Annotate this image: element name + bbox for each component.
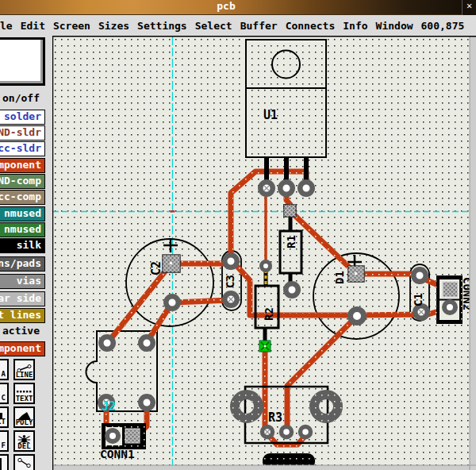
- pad-center-dot: [170, 262, 172, 264]
- sidebar: on/off solder ND-sldr cc-sldr mponent ND…: [0, 36, 52, 470]
- menu-edit[interactable]: Edit: [21, 20, 45, 32]
- layer-button-rat-lines[interactable]: t lines: [0, 308, 45, 323]
- pcb-drawing-canvas[interactable]: U1 R3 CONN1 CONN2 R1 R2 C3 C1 C2 D1 J2: [52, 36, 476, 470]
- pcb-application-window: pcb ✕ le Edit Screen Sizes Settings Sele…: [0, 0, 476, 470]
- tool-text-button[interactable]: TEXT: [13, 383, 35, 404]
- vertical-scrollbar[interactable]: [470, 37, 476, 470]
- pad-hatch-overlay: [443, 282, 458, 297]
- pad-j2-tl[interactable]: [101, 337, 113, 349]
- pad-r1-bottom[interactable]: [286, 283, 298, 296]
- layer-button-component[interactable]: mponent: [0, 158, 45, 173]
- active-label: active: [0, 325, 40, 337]
- crosshair-origin-marker: [171, 210, 175, 213]
- tool-rotate-button[interactable]: [13, 454, 35, 470]
- rotate-icon: [15, 457, 33, 467]
- pad-u1-3[interactable]: [300, 182, 313, 195]
- tool-via-button[interactable]: A: [0, 359, 9, 380]
- pad-conn2-round[interactable]: [444, 302, 455, 313]
- tool-buffer-button[interactable]: F: [0, 430, 9, 452]
- tool-arc-button[interactable]: C: [0, 383, 9, 404]
- menu-window[interactable]: Window: [376, 20, 413, 32]
- pad-r3-3[interactable]: [301, 427, 311, 437]
- menu-bar: le Edit Screen Sizes Settings Select Buf…: [0, 15, 476, 36]
- menu-buffer[interactable]: Buffer: [240, 20, 278, 32]
- menu-connects[interactable]: Connects: [286, 20, 336, 32]
- pad-c1-top[interactable]: [413, 269, 426, 282]
- label-c2: C2: [149, 261, 163, 275]
- pad-center-dot: [264, 345, 267, 348]
- pad-c2-round[interactable]: [166, 296, 178, 309]
- horizontal-scrollbar[interactable]: [53, 465, 476, 470]
- layer-button-silk[interactable]: silk: [0, 238, 45, 253]
- tool-delete-button[interactable]: DEL: [13, 430, 35, 452]
- menu-select[interactable]: Select: [195, 20, 232, 32]
- layer-button-vcc-sldr[interactable]: cc-sldr: [0, 141, 45, 156]
- pad-c3-top[interactable]: [225, 255, 237, 268]
- title-bar[interactable]: pcb ✕: [0, 0, 476, 15]
- label-u1: U1: [263, 108, 278, 122]
- layer-button-solder[interactable]: solder: [0, 110, 45, 125]
- menu-settings[interactable]: Settings: [137, 20, 187, 32]
- pad-d1-round[interactable]: [351, 310, 364, 323]
- window-title: pcb: [0, 0, 452, 15]
- menu-info[interactable]: Info: [343, 20, 367, 32]
- via-r2-top[interactable]: [262, 262, 271, 271]
- pad-hatch-overlay: [125, 429, 140, 443]
- pad-r3-2[interactable]: [282, 427, 292, 437]
- label-r3: R3: [268, 410, 282, 425]
- active-layer-button[interactable]: mponent: [0, 341, 45, 356]
- layout-preview[interactable]: [0, 37, 45, 86]
- tool-partial-left-button[interactable]: [0, 454, 9, 470]
- pad-u1-2[interactable]: [280, 182, 293, 195]
- layer-button-vias[interactable]: vias: [0, 274, 45, 289]
- menu-screen[interactable]: Screen: [53, 20, 90, 32]
- pad-center-dot: [355, 272, 357, 275]
- label-j2: J2: [102, 399, 116, 414]
- menu-sizes[interactable]: Sizes: [98, 20, 129, 32]
- label-r1: R1: [285, 235, 298, 248]
- layer-button-far-side[interactable]: ar side: [0, 291, 45, 306]
- label-d1: D1: [333, 271, 346, 284]
- onoff-label: on/off: [0, 92, 40, 104]
- tool-poly-button[interactable]: POLY: [13, 406, 35, 428]
- menu-file[interactable]: le: [0, 20, 13, 32]
- label-conn1: CONN1: [100, 448, 135, 460]
- pad-hatch-overlay: [284, 205, 296, 217]
- pad-j2-tr[interactable]: [140, 337, 153, 349]
- partial-tool-icon: [0, 457, 7, 467]
- pad-conn1-round[interactable]: [107, 430, 118, 441]
- label-c3: C3: [224, 275, 236, 288]
- layer-button-unused-2[interactable]: nmused: [0, 222, 45, 237]
- layer-button-unused-1[interactable]: nmused: [0, 206, 45, 222]
- layer-button-pins-pads[interactable]: ns/pads: [0, 256, 45, 272]
- tool-line-button[interactable]: LINE: [13, 359, 35, 380]
- label-c1: C1: [412, 293, 424, 306]
- cursor-position: 600,875: [421, 20, 465, 32]
- label-r2: R2: [263, 307, 275, 321]
- layer-button-gnd-sldr[interactable]: ND-sldr: [0, 125, 45, 141]
- layer-button-vcc-comp[interactable]: cc-comp: [0, 190, 45, 205]
- pad-j2-br[interactable]: [140, 396, 153, 409]
- close-icon[interactable]: ✕: [462, 0, 476, 15]
- layer-button-gnd-comp[interactable]: ND-comp: [0, 174, 45, 189]
- tool-rect-button[interactable]: CT: [0, 406, 9, 428]
